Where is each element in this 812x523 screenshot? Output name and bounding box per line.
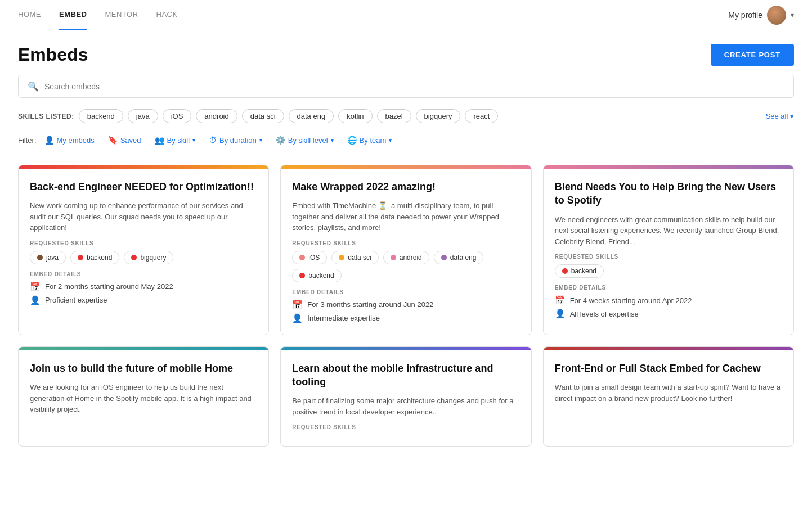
card-5-title: Learn about the mobile infrastructure an…	[292, 362, 519, 389]
page-header: Embeds CREATE POST	[0, 30, 812, 75]
card-3-details-label: EMBED DETAILS	[555, 285, 782, 291]
filter-by-skill[interactable]: 👥 By skill ▾	[149, 132, 201, 148]
card-6-title: Front-End or Full Stack Embed for Cachew	[555, 362, 782, 375]
skill-badge: data eng	[434, 251, 484, 264]
skill-chip-android[interactable]: android	[196, 109, 237, 123]
card-2-skills: iOS data sci android data eng backend	[292, 251, 519, 282]
card-2-expertise: 👤 Intermediate expertise	[292, 313, 519, 323]
my-embeds-icon: 👤	[44, 136, 54, 145]
by-skill-level-icon: ⚙️	[276, 136, 285, 145]
card-3-title: Blend Needs You to Help Bring the New Us…	[555, 180, 782, 208]
nav-bar: HOME EMBED MENTOR HACK My profile ▾	[0, 0, 812, 30]
card-3[interactable]: Blend Needs You to Help Bring the New Us…	[543, 165, 794, 335]
card-3-skills: backend	[555, 264, 782, 278]
saved-icon: 🔖	[108, 136, 118, 145]
cards-grid: Back-end Engineer NEEDED for Optimizatio…	[0, 156, 812, 465]
card-6-desc: Want to join a small design team with a …	[555, 382, 782, 404]
person-icon: 👤	[292, 313, 303, 323]
nav-link-home[interactable]: HOME	[18, 0, 41, 30]
skill-chip-react[interactable]: react	[465, 109, 498, 123]
skill-badge: iOS	[292, 251, 327, 264]
calendar-icon: 📅	[555, 295, 566, 305]
card-1-details-label: EMBED DETAILS	[30, 271, 257, 277]
filter-by-skill-level[interactable]: ⚙️ By skill level ▾	[270, 132, 339, 148]
card-2-skills-label: REQUESTED SKILLS	[292, 240, 519, 246]
skill-chip-kotlin[interactable]: kotlin	[338, 109, 372, 123]
card-2-title: Make Wrapped 2022 amazing!	[292, 180, 519, 193]
filter-label: Filter:	[18, 136, 37, 145]
skill-chip-dataeng[interactable]: data eng	[289, 109, 334, 123]
skill-chip-datasci[interactable]: data sci	[242, 109, 284, 123]
by-team-chevron: ▾	[389, 137, 392, 143]
search-icon: 🔍	[28, 81, 39, 92]
card-1-title: Back-end Engineer NEEDED for Optimizatio…	[30, 180, 257, 193]
card-2-details-label: EMBED DETAILS	[292, 289, 519, 295]
skill-badge: backend	[70, 251, 119, 264]
filter-by-team[interactable]: 🌐 By team ▾	[342, 132, 398, 148]
card-1-skills-label: REQUESTED SKILLS	[30, 240, 257, 246]
filter-saved[interactable]: 🔖 Saved	[102, 132, 147, 148]
skills-label: SKILLS LISTED:	[18, 112, 74, 120]
card-4-title: Join us to build the future of mobile Ho…	[30, 362, 257, 375]
calendar-icon: 📅	[292, 300, 303, 310]
card-3-duration: 📅 For 4 weeks starting around Apr 2022	[555, 295, 782, 305]
by-skill-level-label: By skill level	[288, 136, 328, 145]
person-icon: 👤	[30, 295, 41, 305]
skill-chip-java[interactable]: java	[128, 109, 158, 123]
by-team-label: By team	[360, 136, 387, 145]
skill-chip-ios[interactable]: iOS	[163, 109, 192, 123]
skills-row: SKILLS LISTED: backend java iOS android …	[0, 105, 812, 130]
by-skill-chevron: ▾	[192, 137, 195, 143]
skill-badge: backend	[292, 269, 341, 282]
skill-badge: backend	[555, 264, 604, 278]
card-5-desc: Be part of finalizing some major archite…	[292, 395, 519, 417]
filter-by-duration[interactable]: ⏱ By duration ▾	[203, 132, 268, 148]
person-icon: 👤	[555, 309, 566, 319]
skill-badge: bigquery	[124, 251, 173, 264]
card-4-desc: We are looking for an iOS engineer to he…	[30, 382, 257, 415]
by-skill-label: By skill	[167, 136, 190, 145]
skill-chip-backend[interactable]: backend	[79, 109, 123, 123]
nav-link-hack[interactable]: HACK	[156, 0, 178, 30]
card-2[interactable]: Make Wrapped 2022 amazing! Embed with Ti…	[280, 165, 531, 335]
by-skill-icon: 👥	[155, 136, 164, 145]
card-1-duration: 📅 For 2 months starting around May 2022	[30, 282, 257, 292]
filter-row: Filter: 👤 My embeds 🔖 Saved 👥 By skill ▾…	[0, 130, 812, 156]
card-4[interactable]: Join us to build the future of mobile Ho…	[18, 346, 269, 447]
card-2-desc: Embed with TimeMachine ⏳, a multi-discip…	[292, 200, 519, 233]
by-skill-level-chevron: ▾	[331, 137, 334, 143]
profile-chevron: ▾	[791, 11, 794, 19]
skill-badge: android	[383, 251, 429, 264]
by-duration-icon: ⏱	[209, 136, 217, 145]
card-3-desc: We need engineers with great communicati…	[555, 214, 782, 247]
profile-area[interactable]: My profile ▾	[728, 6, 794, 25]
nav-link-mentor[interactable]: MENTOR	[105, 0, 138, 30]
avatar	[767, 6, 786, 25]
skill-badge: java	[30, 251, 66, 264]
create-post-button[interactable]: CREATE POST	[711, 44, 794, 66]
search-bar: 🔍	[18, 75, 794, 98]
card-2-duration: 📅 For 3 months starting around Jun 2022	[292, 300, 519, 310]
skill-chip-bigquery[interactable]: bigquery	[416, 109, 461, 123]
card-5-skills-label: REQUESTED SKILLS	[292, 424, 519, 430]
page-title: Embeds	[18, 44, 88, 65]
by-team-icon: 🌐	[347, 136, 357, 145]
card-3-expertise: 👤 All levels of expertise	[555, 309, 782, 319]
card-6[interactable]: Front-End or Full Stack Embed for Cachew…	[543, 346, 794, 447]
by-duration-label: By duration	[219, 136, 257, 145]
card-1[interactable]: Back-end Engineer NEEDED for Optimizatio…	[18, 165, 269, 335]
filter-my-embeds[interactable]: 👤 My embeds	[39, 132, 100, 148]
by-duration-chevron: ▾	[259, 137, 262, 143]
nav-link-embed[interactable]: EMBED	[59, 0, 87, 30]
saved-label: Saved	[120, 136, 141, 145]
profile-label: My profile	[728, 11, 762, 20]
my-embeds-label: My embeds	[57, 136, 95, 145]
see-all-button[interactable]: See all ▾	[766, 112, 794, 120]
card-1-skills: java backend bigquery	[30, 251, 257, 264]
card-1-desc: New work coming up to enhance performanc…	[30, 200, 257, 233]
nav-links: HOME EMBED MENTOR HACK	[18, 0, 728, 30]
card-5[interactable]: Learn about the mobile infrastructure an…	[280, 346, 531, 447]
search-input[interactable]	[44, 82, 784, 91]
calendar-icon: 📅	[30, 282, 41, 292]
skill-chip-bazel[interactable]: bazel	[377, 109, 411, 123]
